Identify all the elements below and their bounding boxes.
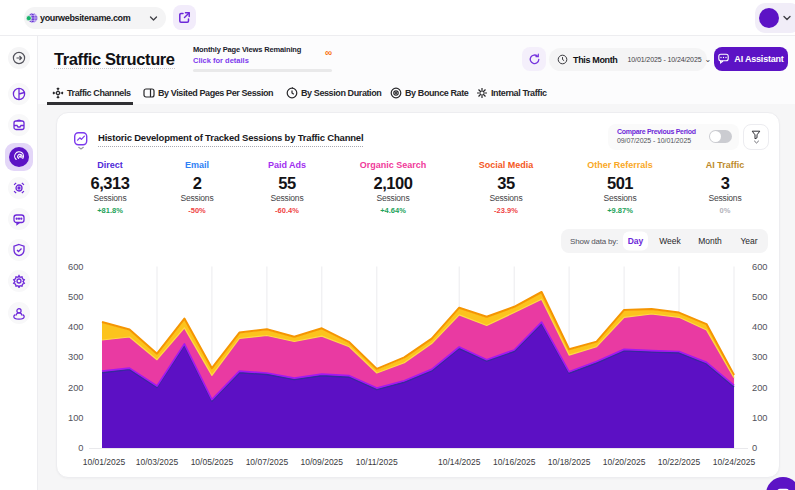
svg-text:300: 300 [752, 352, 768, 362]
svg-text:10/14/2025: 10/14/2025 [437, 457, 480, 467]
svg-text:600: 600 [752, 262, 768, 272]
svg-text:0: 0 [752, 443, 757, 453]
svg-text:10/11/2025: 10/11/2025 [355, 457, 397, 467]
svg-text:200: 200 [752, 383, 768, 393]
svg-text:10/24/2025: 10/24/2025 [712, 457, 755, 467]
svg-text:200: 200 [67, 383, 83, 393]
svg-text:600: 600 [67, 262, 83, 272]
svg-text:10/16/2025: 10/16/2025 [492, 457, 535, 467]
svg-text:10/01/2025: 10/01/2025 [82, 457, 125, 467]
svg-text:10/03/2025: 10/03/2025 [135, 457, 178, 467]
svg-text:0: 0 [78, 443, 83, 453]
svg-text:10/09/2025: 10/09/2025 [300, 457, 343, 467]
svg-text:400: 400 [67, 322, 83, 332]
svg-text:500: 500 [67, 292, 83, 302]
svg-text:10/18/2025: 10/18/2025 [547, 457, 590, 467]
svg-text:10/22/2025: 10/22/2025 [657, 457, 700, 467]
svg-text:10/20/2025: 10/20/2025 [602, 457, 645, 467]
svg-text:300: 300 [67, 352, 83, 362]
svg-text:400: 400 [752, 322, 768, 332]
svg-text:100: 100 [67, 413, 83, 423]
svg-text:10/07/2025: 10/07/2025 [245, 457, 288, 467]
svg-text:10/05/2025: 10/05/2025 [190, 457, 233, 467]
svg-text:500: 500 [752, 292, 768, 302]
svg-text:100: 100 [752, 413, 768, 423]
